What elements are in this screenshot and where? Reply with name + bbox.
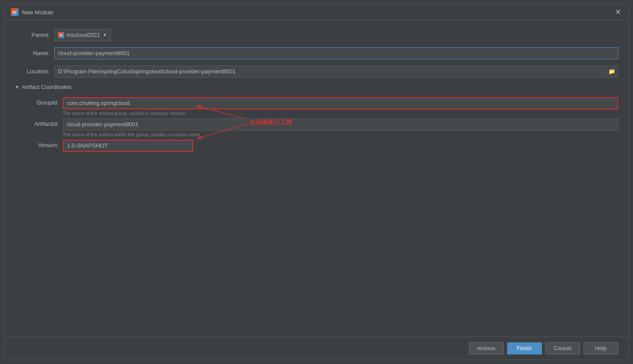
parent-value: mscloud2021 xyxy=(67,32,100,38)
chevron-down-icon: ▼ xyxy=(103,33,107,37)
title-bar-left: m New Module xyxy=(11,8,53,16)
help-label: Help xyxy=(595,345,607,351)
close-button[interactable]: ✕ xyxy=(613,9,623,16)
name-input[interactable] xyxy=(54,47,618,59)
artifactid-label: ArtifactId: xyxy=(20,118,63,127)
artifact-section: GroupId: The name of the artifact group,… xyxy=(20,97,618,152)
help-button[interactable]: Help xyxy=(584,342,618,354)
title-bar: m New Module ✕ xyxy=(5,5,629,20)
groupid-field-wrap: The name of the artifact group, usually … xyxy=(63,97,618,116)
location-field-wrap: 📁 xyxy=(54,66,618,78)
location-input[interactable] xyxy=(54,66,606,78)
location-label: Location: xyxy=(15,68,54,75)
browse-folder-button[interactable]: 📁 xyxy=(606,66,618,78)
artifact-section-title: Artifact Coordinates xyxy=(22,84,71,90)
location-row: Location: 📁 xyxy=(15,66,618,78)
parent-label: Parent: xyxy=(15,32,54,38)
artifact-section-header: ▼ Artifact Coordinates xyxy=(15,84,618,90)
new-module-dialog: m New Module ✕ Parent: m mscloud2021 ▼ N… xyxy=(4,4,629,360)
artifactid-field-wrap: The name of the artifact within the grou… xyxy=(63,118,618,137)
parent-row: Parent: m mscloud2021 ▼ xyxy=(15,29,618,41)
previous-label: revious xyxy=(477,345,495,351)
collapse-arrow-icon[interactable]: ▼ xyxy=(15,85,20,89)
version-input[interactable] xyxy=(63,140,193,152)
artifactid-hint: The name of the artifact within the grou… xyxy=(63,132,618,137)
artifactid-input[interactable] xyxy=(63,118,618,131)
dialog-icon: m xyxy=(11,8,19,16)
groupid-hint: The name of the artifact group, usually … xyxy=(63,111,618,116)
name-row: Name: xyxy=(15,47,618,59)
version-label: Version: xyxy=(20,140,63,148)
name-label: Name: xyxy=(15,50,54,56)
artifactid-row: ArtifactId: The name of the artifact wit… xyxy=(20,118,618,137)
groupid-label: GroupId: xyxy=(20,97,63,106)
version-row: Version: xyxy=(20,140,618,152)
finish-button[interactable]: Finish xyxy=(507,342,542,354)
finish-label: Finish xyxy=(517,345,532,351)
previous-button[interactable]: revious xyxy=(469,342,504,354)
groupid-row: GroupId: The name of the artifact group,… xyxy=(20,97,618,116)
parent-dropdown[interactable]: m mscloud2021 ▼ xyxy=(54,29,111,41)
version-field-wrap xyxy=(63,140,618,152)
groupid-input[interactable] xyxy=(63,97,618,109)
cancel-button[interactable]: Cancel xyxy=(545,342,580,354)
dialog-body: Parent: m mscloud2021 ▼ Name: Location: … xyxy=(5,20,629,337)
folder-icon: 📁 xyxy=(608,68,615,75)
dialog-title: New Module xyxy=(22,9,53,16)
cancel-label: Cancel xyxy=(554,345,571,351)
dialog-footer: revious Finish Cancel Help xyxy=(5,337,629,360)
parent-project-icon: m xyxy=(58,32,64,38)
annotation-svg xyxy=(193,97,280,227)
